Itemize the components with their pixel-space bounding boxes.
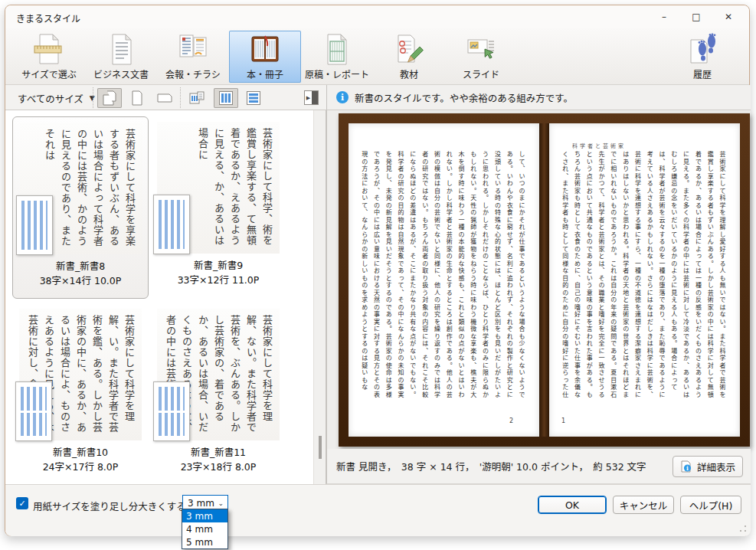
- newsletter-icon: [176, 31, 210, 67]
- footer-bar: ✓ 用紙サイズを塗り足し分大きくする(S) 3 mm ⌄ OK キャンセル ヘル…: [5, 484, 751, 536]
- toolbar-item-manuscript[interactable]: 原稿・レポート: [301, 31, 373, 83]
- style-name: 新書_新書11: [150, 444, 286, 459]
- size-filter-dropdown[interactable]: すべてのサイズ ▼: [13, 90, 100, 106]
- page-thumbnail: [16, 195, 53, 255]
- status-bar: 新書 見開き， 38 字 × 14 行， '游明朝' 10.0 ポイント， 約 …: [326, 449, 751, 484]
- page-thumbnail: [153, 195, 190, 254]
- bleed-checkbox-label[interactable]: 用紙サイズを塗り足し分大きくする(S): [33, 499, 199, 513]
- play-arrow-icon: ▶: [305, 91, 312, 104]
- manuscript-icon: [320, 31, 354, 67]
- dropdown-option[interactable]: 4 mm: [182, 522, 227, 535]
- toolbar-item-label: スライド: [463, 67, 499, 80]
- close-button[interactable]: ✕: [712, 5, 745, 28]
- dropdown-option[interactable]: 5 mm: [182, 535, 227, 548]
- style-description: 新書のスタイルです。やや余裕のある組み方です。: [355, 90, 573, 105]
- toolbar-item-label: 会報・チラシ: [165, 67, 221, 80]
- kimaru-style-dialog: きまるスタイル – □ ✕ サイズで選ぶ: [5, 5, 750, 536]
- filter-portrait-button[interactable]: [125, 88, 149, 108]
- page-text: 芸術家にして科学を理解し愛好する人も無いではない。また科学者で芸術を鑑賞し享楽す…: [560, 151, 728, 401]
- minimize-button[interactable]: –: [648, 5, 680, 28]
- slide-icon: [464, 31, 498, 67]
- filter-landscape-button[interactable]: [152, 88, 177, 108]
- detail-view-label: 詳細表示: [697, 460, 735, 474]
- style-card-shinsho11[interactable]: 芸術家にして科学を理解、ない。また科学者で芸術を、ぶんある。しかし芸術家の、着で…: [150, 303, 286, 486]
- info-page-icon: i: [680, 460, 692, 473]
- page-text: して、いつのまにかそれが仕事であるというような場合も少なくないようである。いわん…: [359, 151, 527, 401]
- preview-pane: して、いつのまにかそれが仕事であるというような場合も少なくないようである。いわん…: [326, 110, 751, 449]
- maximize-button[interactable]: □: [680, 5, 712, 28]
- title-bar: きまるスタイル – □ ✕: [5, 5, 749, 28]
- mixed-layout-icon: [188, 90, 205, 106]
- book-icon: [248, 31, 282, 67]
- window-controls: – □ ✕: [648, 5, 745, 28]
- toolbar-item-label: 原稿・レポート: [305, 67, 369, 80]
- cancel-button[interactable]: キャンセル: [613, 496, 674, 514]
- separator: [93, 87, 93, 108]
- toolbar-item-newsletter[interactable]: 会報・チラシ: [157, 31, 229, 83]
- filter-bar: すべてのサイズ ▼: [5, 85, 326, 110]
- toolbar-item-history[interactable]: 履歴: [666, 31, 738, 83]
- dropdown-option[interactable]: 3 mm: [182, 509, 227, 522]
- page-landscape-icon: [156, 90, 173, 106]
- toolbar-item-label: サイズで選ぶ: [21, 67, 77, 80]
- style-spec: 38字×14行 10.0P: [13, 273, 148, 287]
- help-button[interactable]: ヘルプ(H): [680, 496, 741, 514]
- detail-view-button[interactable]: i 詳細表示: [673, 456, 743, 477]
- separator: [180, 87, 181, 108]
- style-name: 新書_新書8: [13, 258, 148, 273]
- style-summary: 新書 見開き， 38 字 × 14 行， '游明朝' 10.0 ポイント， 約 …: [327, 459, 646, 473]
- style-list: 芸術家にして科学を享楽する者もずいぶん、あるいは場合によって科学者の中には芸術、…: [5, 110, 313, 484]
- toolbar-item-label: ビジネス文書: [93, 67, 149, 80]
- bleed-checkbox[interactable]: ✓: [16, 497, 28, 509]
- toolbar-item-business-doc[interactable]: ビジネス文書: [85, 31, 157, 83]
- page-thumbnail: [15, 381, 52, 441]
- toolbar-item-label: 教材: [400, 67, 418, 80]
- style-spec: 33字×12行 11.0P: [150, 272, 286, 286]
- page-number: 2: [509, 417, 513, 424]
- horizontal-text-icon: [245, 90, 262, 106]
- style-spec: 24字×17行 8.0P: [12, 459, 149, 473]
- panel-block: [312, 91, 318, 104]
- toolbar-item-teaching[interactable]: 教材: [373, 31, 445, 83]
- page-number: 1: [561, 417, 565, 424]
- style-name: 新書_新書9: [150, 257, 286, 272]
- svg-text:i: i: [686, 465, 689, 472]
- toolbar-item-label: 本・冊子: [247, 67, 283, 80]
- left-page: して、いつのまにかそれが仕事であるというような場合も少なくないようである。いわん…: [349, 123, 539, 437]
- filter-horizontal-text-button[interactable]: [241, 88, 266, 108]
- filter-mixed-layout-button[interactable]: [185, 88, 209, 108]
- window-title: きまるスタイル: [16, 11, 80, 25]
- teaching-icon: [392, 31, 426, 67]
- page-thumbnail: [153, 381, 190, 441]
- size-filter-label: すべてのサイズ: [18, 91, 83, 106]
- book-spine: [539, 123, 549, 437]
- style-card-shinsho10[interactable]: 芸術家にして科学を理解、い。また科学者で芸術を鑑、ある。しかし芸術家の中に、ある…: [12, 303, 149, 486]
- right-page: 科学者と芸術家 芸術家にして科学を理解し愛好する人も無いではない。また科学者で芸…: [549, 123, 740, 437]
- combobox-value: 3 mm: [183, 498, 218, 509]
- toolbar-item-size[interactable]: サイズで選ぶ: [13, 31, 85, 83]
- chevron-down-icon: ⌄: [218, 499, 227, 507]
- bleed-size-dropdown-list: 3 mm 4 mm 5 mm: [182, 509, 228, 549]
- resize-grip[interactable]: [739, 525, 747, 532]
- scrollbar-thumb[interactable]: [319, 436, 322, 459]
- collapse-panel-button[interactable]: ▶: [304, 90, 319, 105]
- toolbar-item-label: 履歴: [693, 67, 712, 80]
- filter-pages-all-button[interactable]: [97, 88, 122, 108]
- style-card-shinsho8[interactable]: 芸術家にして科学を享楽する者もずいぶん、あるいは場合によって科学者の中には芸術、…: [12, 116, 149, 299]
- style-card-shinsho9[interactable]: 芸術家にして科学、術を鑑賞し享楽する、て無頓着であるか、えあるように見える、か、…: [150, 116, 286, 299]
- filter-vertical-text-button[interactable]: [214, 88, 238, 108]
- style-spec: 23字×18行 8.0P: [150, 459, 286, 473]
- vertical-text-icon: [218, 90, 234, 106]
- list-scrollbar[interactable]: [313, 110, 326, 484]
- ruler-page-icon: [32, 31, 66, 67]
- info-icon: i: [336, 91, 349, 103]
- running-head: 科学者と芸術家: [572, 142, 626, 149]
- ok-button[interactable]: OK: [538, 496, 607, 514]
- document-icon: [104, 31, 138, 67]
- footprints-icon: [686, 31, 719, 67]
- book-spread-preview: して、いつのまにかそれが仕事であるというような場合も少なくないようである。いわん…: [339, 113, 750, 447]
- toolbar-item-slide[interactable]: スライド: [445, 31, 517, 83]
- toolbar-item-book[interactable]: 本・冊子: [229, 31, 301, 83]
- page-portrait-icon: [129, 90, 146, 106]
- pages-all-icon: [101, 90, 118, 106]
